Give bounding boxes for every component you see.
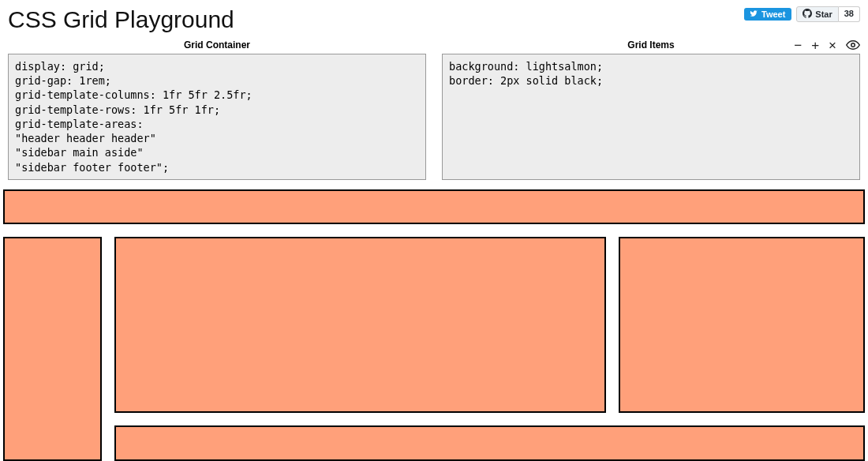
github-icon <box>803 9 812 20</box>
editor-header-items: Grid Items − + × <box>442 36 860 54</box>
grid-preview <box>0 189 868 461</box>
twitter-icon <box>749 9 758 19</box>
editors-row: Grid Container display: grid; grid-gap: … <box>0 36 868 189</box>
grid-item-main <box>114 237 607 413</box>
grid-item-sidebar <box>3 237 102 461</box>
star-count: 38 <box>839 6 860 22</box>
grid-container-code[interactable]: display: grid; grid-gap: 1rem; grid-temp… <box>8 54 426 180</box>
add-item-icon[interactable]: + <box>811 39 819 52</box>
grid-container-editor: Grid Container display: grid; grid-gap: … <box>8 36 426 180</box>
items-controls: − + × <box>794 39 860 52</box>
eye-icon[interactable] <box>846 39 860 52</box>
grid-item-aside <box>619 237 865 413</box>
editor-label-container: Grid Container <box>184 39 250 51</box>
tweet-label: Tweet <box>761 9 785 19</box>
svg-point-0 <box>851 43 855 47</box>
grid-items-code[interactable]: background: lightsalmon; border: 2px sol… <box>442 54 860 180</box>
close-icon[interactable]: × <box>829 39 836 52</box>
editor-header-container: Grid Container <box>8 36 426 54</box>
grid-items-editor: Grid Items − + × background: lightsalmon… <box>442 36 860 180</box>
app-header: CSS Grid Playground Tweet Star 38 <box>0 0 868 36</box>
editor-label-items: Grid Items <box>627 39 674 51</box>
page-title: CSS Grid Playground <box>8 6 234 33</box>
github-star-button[interactable]: Star 38 <box>796 6 860 22</box>
remove-item-icon[interactable]: − <box>794 39 802 52</box>
tweet-button[interactable]: Tweet <box>744 8 791 21</box>
social-buttons: Tweet Star 38 <box>744 6 860 22</box>
grid-item-header <box>3 189 865 225</box>
star-label: Star <box>815 9 832 19</box>
grid-item-footer <box>114 425 865 461</box>
